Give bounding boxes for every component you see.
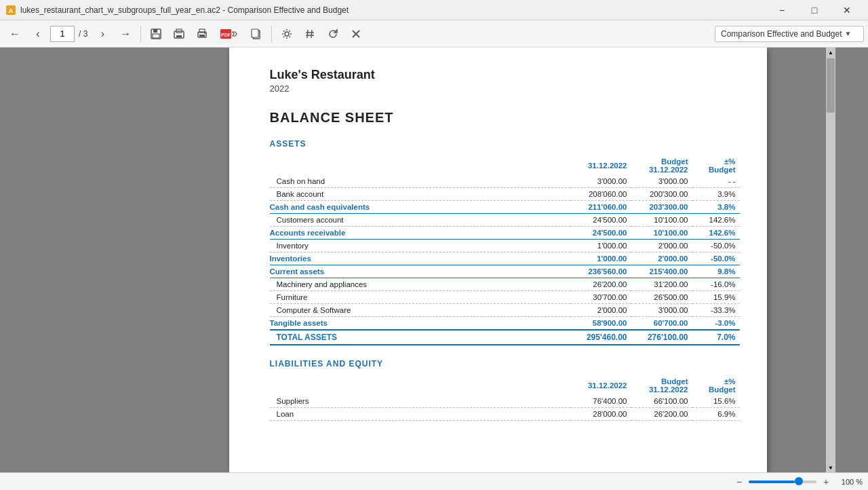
copy-icon [250,28,262,40]
status-bar: − + 100 % [0,472,868,490]
svg-line-18 [307,30,308,38]
close-view-button[interactable] [345,23,367,45]
doc-scroll[interactable]: Luke's Restaurant 2022 BALANCE SHEET ASS… [160,48,835,472]
view-selector-dropdown[interactable]: Comparison Effective and Budget ▼ [715,26,864,42]
liabilities-row-pm: 15.6% [692,395,740,408]
print-preview-button[interactable] [168,23,190,45]
liabilities-row-2022: 76'400.00 [570,395,631,408]
scroll-down-button[interactable]: ▼ [826,463,835,472]
assets-row-budget: 200'300.00 [631,188,692,201]
save-button[interactable] [145,23,167,45]
zoom-controls: − + 100 % [732,475,863,489]
app-icon: A [5,5,16,16]
document-area: Luke's Restaurant 2022 BALANCE SHEET ASS… [160,48,835,472]
assets-row-label: Current assets [270,265,570,278]
assets-row-2022: 1'000.00 [570,252,631,265]
assets-row-pm: -50.0% [692,240,740,252]
assets-row-2022: 58'900.00 [570,317,631,331]
assets-row-pm: -16.0% [692,278,740,291]
total-assets-budget: 276'100.00 [631,330,692,345]
liabilities-table-row: Loan28'000.0026'200.006.9% [270,408,740,421]
prev-page-button[interactable]: ← [4,23,26,45]
settings-button[interactable] [276,23,298,45]
liabilities-row-2022: 28'000.00 [570,408,631,421]
next-page-alt-button[interactable]: → [115,23,136,45]
assets-row-label: Cash on hand [270,175,570,188]
document-year: 2022 [270,83,740,94]
assets-row-budget: 3'000.00 [631,304,692,317]
assets-row-label: Cash and cash equivalents [270,201,570,214]
liabilities-table: 31.12.2022 Budget 31.12.2022 ±% Budget S… [270,375,740,421]
assets-row-pm: -33.3% [692,304,740,317]
gear-icon [281,28,293,40]
section-heading: BALANCE SHEET [270,110,740,126]
export-pdf-button[interactable]: PDF [214,23,244,45]
assets-row-budget: 31'200.00 [631,278,692,291]
svg-text:PDF: PDF [221,33,231,37]
refresh-button[interactable] [322,23,344,45]
liab-col-header-pm: ±% Budget [692,375,740,395]
assets-row-2022: 211'060.00 [570,201,631,214]
print-button[interactable] [191,23,213,45]
pdf-icon: PDF [220,28,239,40]
total-assets-2022: 295'460.00 [570,330,631,345]
assets-row-budget: 10'100.00 [631,227,692,240]
window-title: lukes_restaurant_chart_w_subgroups_full_… [20,5,349,15]
liabilities-label: LIABILITIES AND EQUITY [270,359,740,369]
assets-label: ASSETS [270,139,740,149]
scrollbar-thumb[interactable] [827,58,835,113]
assets-row-2022: 236'560.00 [570,265,631,278]
vertical-scrollbar[interactable]: ▲ ▼ [826,48,835,472]
zoom-slider-track[interactable] [749,480,816,483]
scroll-up-button[interactable]: ▲ [826,48,835,57]
assets-table-row: Inventory1'000.002'000.00-50.0% [270,240,740,252]
prev-page-alt-button[interactable]: ‹ [27,23,49,45]
close-button[interactable]: ✕ [831,0,863,20]
next-page-button[interactable]: › [92,23,113,45]
toolbar-right: Comparison Effective and Budget ▼ [715,26,864,42]
col-header-pm: ±% Budget [692,155,740,175]
liabilities-table-row: Suppliers76'400.0066'100.0015.6% [270,395,740,408]
separator-1 [140,26,141,42]
refresh-icon [327,28,339,40]
maximize-button[interactable]: □ [799,0,830,20]
svg-point-11 [204,33,205,34]
dropdown-arrow-icon: ▼ [845,30,852,37]
zoom-value-label: 100 % [835,478,863,486]
separator-2 [271,26,272,42]
assets-row-2022: 30'700.00 [570,291,631,304]
copy-button[interactable] [245,23,267,45]
assets-row-label: Inventory [270,240,570,252]
svg-rect-3 [153,29,157,33]
minimize-button[interactable]: − [766,0,797,20]
assets-table-row: Tangible assets58'900.0060'700.00-3.0% [270,317,740,331]
toolbar: ← ‹ 1 / 3 › → PDF [0,20,868,48]
x-icon [351,29,361,39]
assets-row-label: Accounts receivable [270,227,570,240]
main-area: Luke's Restaurant 2022 BALANCE SHEET ASS… [0,48,868,472]
assets-row-pm: 142.6% [692,227,740,240]
assets-table-row: Cash and cash equivalents211'060.00203'3… [270,201,740,214]
scrollbar-track[interactable] [826,57,835,463]
assets-row-budget: 215'400.00 [631,265,692,278]
zoom-in-button[interactable]: + [819,475,833,489]
hashtag-button[interactable] [299,23,321,45]
left-gutter [0,48,160,472]
assets-row-2022: 24'500.00 [570,214,631,227]
assets-row-2022: 208'060.00 [570,188,631,201]
assets-row-label: Bank account [270,188,570,201]
title-bar: A lukes_restaurant_chart_w_subgroups_ful… [0,0,868,20]
page-input[interactable]: 1 [50,26,75,42]
assets-table: 31.12.2022 Budget 31.12.2022 ±% Budget C… [270,155,740,345]
zoom-out-button[interactable]: − [732,475,746,489]
assets-table-row: Machinery and appliances26'200.0031'200.… [270,278,740,291]
svg-line-19 [311,30,312,38]
liab-col-header-budget: Budget 31.12.2022 [631,375,692,395]
zoom-slider-thumb[interactable] [795,477,803,485]
svg-rect-7 [176,35,182,37]
col-header-label [270,155,570,175]
liabilities-row-label: Suppliers [270,395,570,408]
save-icon [150,28,162,40]
assets-row-pm: 142.6% [692,214,740,227]
assets-row-2022: 2'000.00 [570,304,631,317]
